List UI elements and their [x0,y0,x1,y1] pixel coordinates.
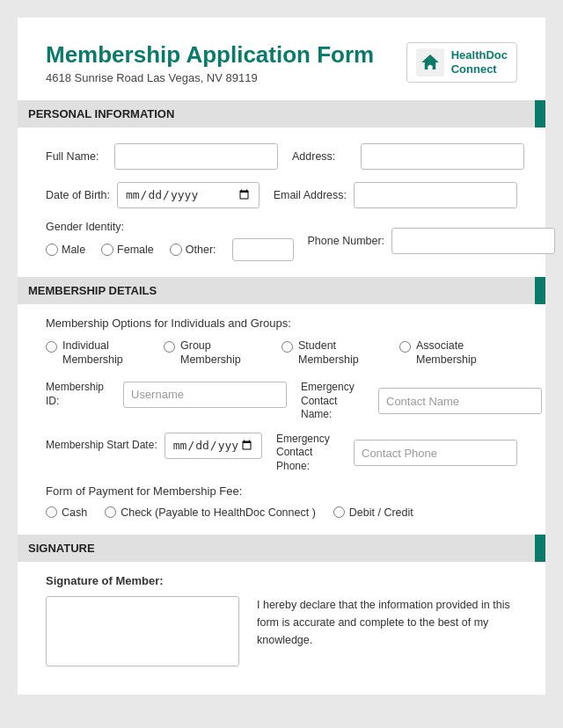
membership-section-header: MEMBERSHIP DETAILS [18,277,545,304]
gender-options: Male Female Other: [46,238,294,261]
payment-cash-radio[interactable] [46,506,57,518]
emergency-contact-input[interactable] [378,388,542,414]
membership-associate-radio[interactable] [399,341,411,353]
startdate-input[interactable] [165,433,262,459]
emergency-phone-input[interactable] [354,440,517,466]
membership-section: Membership Options for Individuals and G… [46,317,517,519]
membership-individual-radio[interactable] [46,341,57,353]
svg-rect-1 [428,66,432,69]
home-icon [416,48,444,76]
membership-student-radio[interactable] [282,341,293,353]
emergency-phone-label: Emergency Contact Phone: [276,433,347,474]
dob-group: Date of Birth: [46,182,260,208]
payment-cash[interactable]: Cash [46,506,87,519]
membership-group-radio[interactable] [164,341,175,353]
membership-type-options: IndividualMembership GroupMembership Stu… [46,339,517,368]
gender-male-radio[interactable] [46,244,58,256]
dob-input[interactable] [117,182,260,208]
gender-group: Gender Identity: Male Female Other: [46,221,294,261]
personal-section: Full Name: Address: Date of Birth: Email… [46,140,517,261]
membership-options-label: Membership Options for Individuals and G… [46,317,517,330]
email-label: Email Address: [274,189,347,201]
gender-label: Gender Identity: [46,221,294,233]
gender-other-input[interactable] [232,238,294,261]
fullname-group: Full Name: [46,143,278,170]
startdate-emergencyphone-row: Membership Start Date: Emergency Contact… [46,433,517,474]
membership-associate[interactable]: AssociateMembership [399,339,517,368]
payment-check[interactable]: Check (Payable to HealthDoc Connect ) [105,506,316,519]
form-page: Membership Application Form 4618 Sunrise… [18,18,545,695]
dob-email-row: Date of Birth: Email Address: [46,182,517,208]
logo-text: HealthDoc Connect [451,48,508,76]
memberid-label: Membership ID: [46,381,116,408]
name-address-row: Full Name: Address: [46,143,517,170]
address-group: Address: [292,143,524,170]
address-input[interactable] [361,143,524,170]
emergency-contact-label: Emergency Contact Name: [301,381,371,422]
payment-options: Cash Check (Payable to HealthDoc Connect… [46,506,517,519]
payment-debit[interactable]: Debit / Credit [333,506,413,519]
sig-row: I hereby declare that the information pr… [46,596,517,666]
app-address: 4618 Sunrise Road Las Vegas, NV 89119 [46,71,374,84]
payment-label: Form of Payment for Membership Fee: [46,484,517,498]
email-group: Email Address: [274,182,517,208]
payment-check-radio[interactable] [105,506,116,518]
logo-box: HealthDoc Connect [406,42,517,83]
signature-section-header: SIGNATURE [18,535,545,562]
startdate-group: Membership Start Date: [46,433,262,459]
fullname-input[interactable] [114,143,278,170]
gender-female-option[interactable]: Female [101,244,154,256]
payment-debit-radio[interactable] [333,506,345,518]
gender-female-radio[interactable] [101,244,113,256]
memberid-input[interactable] [123,382,287,408]
gender-phone-row: Gender Identity: Male Female Other: Phon… [46,221,517,261]
personal-section-header: PERSONAL INFORMATION [18,100,545,127]
gender-other-option[interactable]: Other: [170,244,216,256]
memberid-group: Membership ID: [46,381,287,408]
signature-of-member-label: Signature of Member: [46,574,517,587]
phone-group: Phone Number: [308,228,556,254]
fullname-label: Full Name: [46,150,107,163]
signature-box[interactable] [46,596,239,666]
phone-input[interactable] [391,228,555,254]
header: Membership Application Form 4618 Sunrise… [46,42,517,84]
emergency-phone-group: Emergency Contact Phone: [276,433,517,474]
startdate-label: Membership Start Date: [46,439,157,453]
address-label: Address: [292,150,354,163]
membership-individual[interactable]: IndividualMembership [46,339,164,368]
gender-other-radio[interactable] [170,244,182,256]
phone-label: Phone Number: [308,235,385,247]
sig-declaration: I hereby declare that the information pr… [257,596,517,649]
header-left: Membership Application Form 4618 Sunrise… [46,42,374,84]
app-title: Membership Application Form [46,42,374,68]
signature-section: Signature of Member: I hereby declare th… [46,574,517,666]
membership-group[interactable]: GroupMembership [164,339,282,368]
dob-label: Date of Birth: [46,189,110,201]
emergency-contact-group: Emergency Contact Name: [301,381,542,422]
memberid-emergency-row: Membership ID: Emergency Contact Name: [46,381,517,422]
membership-student[interactable]: StudentMembership [282,339,399,368]
gender-male-option[interactable]: Male [46,244,85,256]
email-input[interactable] [354,182,517,208]
